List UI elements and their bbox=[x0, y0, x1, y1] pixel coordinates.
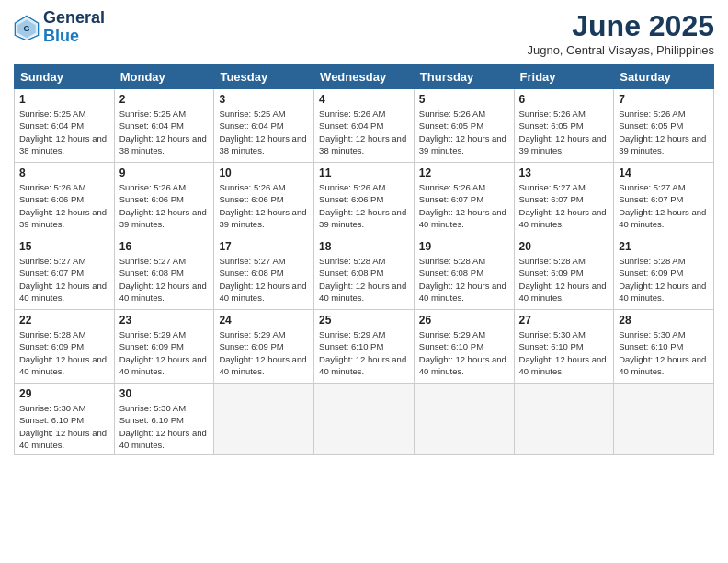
logo-text: General Blue bbox=[43, 9, 105, 46]
day-info: Sunrise: 5:30 AMSunset: 6:10 PMDaylight:… bbox=[19, 402, 109, 451]
table-row bbox=[514, 384, 614, 455]
svg-text:G: G bbox=[23, 24, 29, 33]
day-number: 27 bbox=[519, 314, 609, 327]
day-info: Sunrise: 5:27 AMSunset: 6:07 PMDaylight:… bbox=[519, 181, 609, 230]
calendar-header-row: Sunday Monday Tuesday Wednesday Thursday… bbox=[15, 65, 714, 89]
day-number: 19 bbox=[419, 240, 509, 253]
day-info: Sunrise: 5:27 AMSunset: 6:08 PMDaylight:… bbox=[219, 255, 309, 304]
day-info: Sunrise: 5:26 AMSunset: 6:06 PMDaylight:… bbox=[219, 181, 309, 230]
page: G General Blue June 2025 Jugno, Central … bbox=[0, 0, 728, 563]
day-number: 24 bbox=[219, 314, 309, 327]
table-row: 22Sunrise: 5:28 AMSunset: 6:09 PMDayligh… bbox=[15, 310, 115, 384]
table-row: 29Sunrise: 5:30 AMSunset: 6:10 PMDayligh… bbox=[15, 384, 115, 455]
day-number: 10 bbox=[219, 167, 309, 179]
day-info: Sunrise: 5:26 AMSunset: 6:04 PMDaylight:… bbox=[319, 108, 409, 156]
calendar: Sunday Monday Tuesday Wednesday Thursday… bbox=[14, 64, 714, 455]
day-number: 22 bbox=[19, 314, 109, 327]
day-number: 7 bbox=[619, 93, 709, 106]
table-row bbox=[614, 384, 714, 455]
day-number: 12 bbox=[419, 167, 509, 179]
header-friday: Friday bbox=[514, 65, 614, 89]
day-info: Sunrise: 5:30 AMSunset: 6:10 PMDaylight:… bbox=[619, 328, 709, 377]
table-row: 17Sunrise: 5:27 AMSunset: 6:08 PMDayligh… bbox=[214, 236, 314, 310]
day-number: 16 bbox=[119, 240, 210, 253]
header-wednesday: Wednesday bbox=[314, 65, 415, 89]
day-info: Sunrise: 5:30 AMSunset: 6:10 PMDaylight:… bbox=[119, 402, 210, 451]
day-number: 2 bbox=[119, 93, 210, 106]
table-row: 12Sunrise: 5:26 AMSunset: 6:07 PMDayligh… bbox=[414, 163, 514, 236]
table-row: 1Sunrise: 5:25 AMSunset: 6:04 PMDaylight… bbox=[15, 89, 115, 163]
logo-icon: G bbox=[14, 15, 40, 40]
table-row: 30Sunrise: 5:30 AMSunset: 6:10 PMDayligh… bbox=[114, 384, 214, 455]
day-number: 17 bbox=[219, 240, 309, 253]
day-number: 1 bbox=[19, 93, 109, 106]
header-saturday: Saturday bbox=[614, 65, 714, 89]
logo: G General Blue bbox=[14, 9, 105, 46]
table-row: 2Sunrise: 5:25 AMSunset: 6:04 PMDaylight… bbox=[114, 89, 214, 163]
table-row: 19Sunrise: 5:28 AMSunset: 6:08 PMDayligh… bbox=[414, 236, 514, 310]
table-row: 23Sunrise: 5:29 AMSunset: 6:09 PMDayligh… bbox=[114, 310, 214, 384]
table-row bbox=[414, 384, 514, 455]
table-row: 5Sunrise: 5:26 AMSunset: 6:05 PMDaylight… bbox=[414, 89, 514, 163]
table-row: 8Sunrise: 5:26 AMSunset: 6:06 PMDaylight… bbox=[15, 163, 115, 236]
day-number: 20 bbox=[519, 240, 609, 253]
location: Jugno, Central Visayas, Philippines bbox=[527, 43, 714, 57]
day-number: 15 bbox=[19, 240, 109, 253]
day-info: Sunrise: 5:26 AMSunset: 6:06 PMDaylight:… bbox=[319, 181, 409, 230]
table-row: 13Sunrise: 5:27 AMSunset: 6:07 PMDayligh… bbox=[514, 163, 614, 236]
day-number: 21 bbox=[619, 240, 709, 253]
month-title: June 2025 bbox=[527, 9, 714, 43]
table-row: 10Sunrise: 5:26 AMSunset: 6:06 PMDayligh… bbox=[214, 163, 314, 236]
day-number: 25 bbox=[319, 314, 409, 327]
header-sunday: Sunday bbox=[15, 65, 115, 89]
day-info: Sunrise: 5:25 AMSunset: 6:04 PMDaylight:… bbox=[19, 108, 109, 156]
table-row: 25Sunrise: 5:29 AMSunset: 6:10 PMDayligh… bbox=[314, 310, 415, 384]
table-row: 18Sunrise: 5:28 AMSunset: 6:08 PMDayligh… bbox=[314, 236, 415, 310]
day-number: 6 bbox=[519, 93, 609, 106]
day-info: Sunrise: 5:28 AMSunset: 6:08 PMDaylight:… bbox=[419, 255, 509, 304]
day-number: 5 bbox=[419, 93, 509, 106]
day-info: Sunrise: 5:26 AMSunset: 6:07 PMDaylight:… bbox=[419, 181, 509, 230]
table-row bbox=[314, 384, 415, 455]
day-info: Sunrise: 5:29 AMSunset: 6:09 PMDaylight:… bbox=[219, 328, 309, 377]
day-number: 9 bbox=[119, 167, 210, 179]
day-info: Sunrise: 5:26 AMSunset: 6:06 PMDaylight:… bbox=[19, 181, 109, 230]
day-number: 4 bbox=[319, 93, 409, 106]
header-monday: Monday bbox=[114, 65, 214, 89]
day-number: 13 bbox=[519, 167, 609, 179]
day-info: Sunrise: 5:30 AMSunset: 6:10 PMDaylight:… bbox=[519, 328, 609, 377]
day-number: 30 bbox=[119, 387, 210, 400]
day-info: Sunrise: 5:26 AMSunset: 6:05 PMDaylight:… bbox=[619, 108, 709, 156]
table-row: 3Sunrise: 5:25 AMSunset: 6:04 PMDaylight… bbox=[214, 89, 314, 163]
table-row: 6Sunrise: 5:26 AMSunset: 6:05 PMDaylight… bbox=[514, 89, 614, 163]
table-row: 20Sunrise: 5:28 AMSunset: 6:09 PMDayligh… bbox=[514, 236, 614, 310]
day-number: 23 bbox=[119, 314, 210, 327]
day-info: Sunrise: 5:25 AMSunset: 6:04 PMDaylight:… bbox=[119, 108, 210, 156]
day-info: Sunrise: 5:27 AMSunset: 6:08 PMDaylight:… bbox=[119, 255, 210, 304]
day-info: Sunrise: 5:29 AMSunset: 6:10 PMDaylight:… bbox=[419, 328, 509, 377]
title-section: June 2025 Jugno, Central Visayas, Philip… bbox=[527, 9, 714, 57]
day-info: Sunrise: 5:28 AMSunset: 6:08 PMDaylight:… bbox=[319, 255, 409, 304]
table-row: 28Sunrise: 5:30 AMSunset: 6:10 PMDayligh… bbox=[614, 310, 714, 384]
table-row: 27Sunrise: 5:30 AMSunset: 6:10 PMDayligh… bbox=[514, 310, 614, 384]
header-tuesday: Tuesday bbox=[214, 65, 314, 89]
day-info: Sunrise: 5:26 AMSunset: 6:05 PMDaylight:… bbox=[519, 108, 609, 156]
day-info: Sunrise: 5:28 AMSunset: 6:09 PMDaylight:… bbox=[619, 255, 709, 304]
header-thursday: Thursday bbox=[414, 65, 514, 89]
day-info: Sunrise: 5:25 AMSunset: 6:04 PMDaylight:… bbox=[219, 108, 309, 156]
table-row: 26Sunrise: 5:29 AMSunset: 6:10 PMDayligh… bbox=[414, 310, 514, 384]
table-row: 24Sunrise: 5:29 AMSunset: 6:09 PMDayligh… bbox=[214, 310, 314, 384]
table-row: 11Sunrise: 5:26 AMSunset: 6:06 PMDayligh… bbox=[314, 163, 415, 236]
day-number: 11 bbox=[319, 167, 409, 179]
table-row: 7Sunrise: 5:26 AMSunset: 6:05 PMDaylight… bbox=[614, 89, 714, 163]
table-row: 16Sunrise: 5:27 AMSunset: 6:08 PMDayligh… bbox=[114, 236, 214, 310]
table-row bbox=[214, 384, 314, 455]
day-number: 29 bbox=[19, 387, 109, 400]
day-number: 28 bbox=[619, 314, 709, 327]
day-info: Sunrise: 5:29 AMSunset: 6:09 PMDaylight:… bbox=[119, 328, 210, 377]
table-row: 14Sunrise: 5:27 AMSunset: 6:07 PMDayligh… bbox=[614, 163, 714, 236]
day-number: 8 bbox=[19, 167, 109, 179]
day-number: 26 bbox=[419, 314, 509, 327]
day-info: Sunrise: 5:26 AMSunset: 6:05 PMDaylight:… bbox=[419, 108, 509, 156]
day-info: Sunrise: 5:26 AMSunset: 6:06 PMDaylight:… bbox=[119, 181, 210, 230]
